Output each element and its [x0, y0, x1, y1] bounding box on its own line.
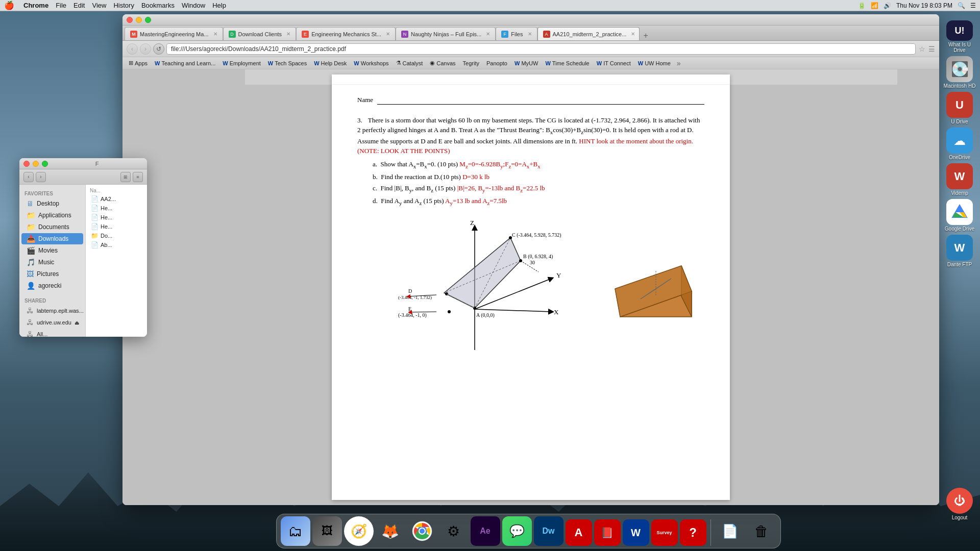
finder-minimize-button[interactable]	[33, 161, 39, 167]
finder-forward[interactable]: ›	[36, 172, 46, 182]
bookmark-myuw[interactable]: W MyUW	[511, 59, 541, 67]
bookmark-panopto[interactable]: Panopto	[483, 59, 510, 67]
apple-menu-icon[interactable]: 🍎	[4, 1, 14, 10]
pdf-part-c: c. Find |B|, By, and Bz (15 pts) |B|=26,…	[373, 183, 704, 194]
finder-item-udrive[interactable]: 🖧 udrive.uw.edu ⏏	[21, 317, 83, 328]
bookmarks-menu[interactable]: Bookmarks	[141, 2, 175, 9]
back-button[interactable]: ‹	[127, 43, 138, 55]
bookmark-uw-home[interactable]: W UW Home	[635, 59, 674, 67]
finder-file-ab[interactable]: 📄 Ab...	[88, 240, 145, 249]
dock-help[interactable]: ?	[680, 519, 706, 546]
tab-close-icon[interactable]: ✕	[486, 31, 490, 37]
tab-engineering-mechanics[interactable]: E Engineering Mechanics St... ✕	[296, 27, 396, 40]
finder-item-desktop[interactable]: 🖥 Desktop	[21, 198, 83, 209]
window-minimize-button[interactable]	[136, 17, 142, 23]
tab-files[interactable]: F Files ✕	[496, 27, 537, 40]
window-menu[interactable]: Window	[182, 2, 205, 9]
dock-trash[interactable]: 🗑	[747, 516, 776, 546]
dock-safari[interactable]: 🧭	[344, 516, 374, 546]
dock-photos[interactable]: 🖼	[312, 516, 342, 546]
finder-item-pictures[interactable]: 🖼 Pictures	[21, 268, 83, 280]
tab-aa210-active[interactable]: A AA210_midterm_2_practice... ✕	[537, 27, 640, 40]
finder-file-he2[interactable]: 📄 He...	[88, 213, 145, 222]
right-dock-u-drive[interactable]: U U Drive	[943, 92, 976, 124]
right-dock-onedrive[interactable]: ☁ OneDrive	[943, 128, 976, 160]
right-dock-google-drive[interactable]: Google Drive	[943, 199, 976, 232]
finder-close-button[interactable]	[23, 161, 30, 167]
tab-close-icon[interactable]: ✕	[213, 31, 217, 37]
bookmark-catalyst[interactable]: ⚗ Catalyst	[393, 59, 426, 67]
right-dock-macintosh-hd[interactable]: 💽 Macintosh HD	[943, 56, 976, 89]
tab-download-clients[interactable]: D Download Clients ✕	[223, 27, 297, 40]
bookmark-apps[interactable]: ⊞ Apps	[126, 59, 151, 67]
bookmark-w-employment[interactable]: W Employment	[219, 59, 264, 67]
finder-file-do[interactable]: 📁 Do...	[88, 231, 145, 240]
finder-item-labtemp[interactable]: 🖧 labtemp.eplt.was... ⏏	[21, 305, 83, 316]
finder-back[interactable]: ‹	[23, 172, 34, 182]
reload-button[interactable]: ↺	[153, 43, 164, 55]
history-menu[interactable]: History	[113, 2, 134, 9]
dock-messages[interactable]: 💬	[502, 516, 532, 546]
tab-close-icon[interactable]: ✕	[631, 31, 635, 37]
finder-file-he1[interactable]: 📄 He...	[88, 204, 145, 213]
finder-maximize-button[interactable]	[42, 161, 48, 167]
finder-list-view[interactable]: ≡	[133, 172, 143, 182]
bookmark-it-connect[interactable]: W IT Connect	[594, 59, 634, 67]
settings-button[interactable]: ☰	[928, 45, 935, 53]
browser-content[interactable]: Name 3. There is a storm door that weigh…	[122, 69, 939, 505]
finder-item-downloads[interactable]: 📥 Downloads	[21, 233, 83, 244]
finder-file-aa2[interactable]: 📄 AA2...	[88, 194, 145, 204]
finder-icon-view[interactable]: ⊞	[120, 172, 131, 182]
right-dock-videmp[interactable]: W Videmp	[943, 163, 976, 196]
window-maximize-button[interactable]	[145, 17, 151, 23]
window-close-button[interactable]	[127, 17, 133, 23]
right-dock-logout[interactable]: ⏻ Logout	[943, 488, 976, 520]
finder-item-movies[interactable]: 🎬 Movies	[21, 245, 83, 256]
menubar-search[interactable]: 🔍	[958, 2, 965, 9]
view-menu[interactable]: View	[92, 2, 106, 9]
right-dock-whats-u-drive[interactable]: U! What Is UDrive	[943, 20, 976, 53]
bookmark-time-schedule[interactable]: W Time Schedule	[542, 59, 592, 67]
dock-word[interactable]: W	[623, 519, 649, 546]
finder-item-music[interactable]: 🎵 Music	[21, 257, 83, 268]
new-tab-button[interactable]: +	[640, 31, 652, 40]
bookmark-w-teaching[interactable]: W Teaching and Learn...	[152, 59, 218, 67]
file-menu[interactable]: File	[56, 2, 66, 9]
tab-naughty-ninjas[interactable]: N Naughty Ninjas – Full Epis... ✕	[396, 27, 496, 40]
bookmark-canvas[interactable]: ◉ Canvas	[427, 59, 458, 67]
dock-finder[interactable]: 🗂	[281, 516, 310, 546]
bookmarks-more[interactable]: »	[675, 59, 683, 67]
finder-item-agorecki[interactable]: 👤 agorecki	[21, 280, 83, 291]
menubar-notifications[interactable]: ☰	[970, 2, 976, 9]
dock-pdf[interactable]: 📕	[594, 519, 621, 546]
finder-item-applications[interactable]: 📁 Applications	[21, 210, 83, 221]
dock-dreamweaver[interactable]: Dw	[534, 516, 564, 546]
dock-acrobat[interactable]: A	[566, 519, 592, 546]
dock-survey[interactable]: Survey	[651, 519, 678, 546]
tab-close-icon[interactable]: ✕	[528, 31, 532, 37]
finder-item-documents[interactable]: 📁 Documents	[21, 221, 83, 233]
folder-icon: 📁	[27, 211, 35, 219]
address-bar[interactable]: file:///Users/agorecki/Downloads/AA210_m…	[166, 43, 916, 55]
bookmark-star[interactable]: ☆	[919, 45, 925, 53]
forward-button[interactable]: ›	[140, 43, 151, 55]
tab-close-icon[interactable]: ✕	[286, 31, 290, 37]
dock-firefox[interactable]: 🦊	[376, 516, 405, 546]
tab-mastering-engineering[interactable]: M MasteringEngineering Ma... ✕	[125, 27, 223, 40]
svg-marker-2	[955, 205, 964, 212]
finder-file-he3[interactable]: 📄 He...	[88, 222, 145, 231]
bookmark-w-help-desk[interactable]: W Help Desk	[311, 59, 350, 67]
bookmark-tegrity[interactable]: Tegrity	[460, 59, 482, 67]
dock-chrome[interactable]	[407, 516, 437, 546]
dock-after-effects[interactable]: Ae	[471, 516, 500, 546]
dock-files-icon[interactable]: 📄	[715, 516, 745, 546]
bookmark-w-tech-spaces[interactable]: W Tech Spaces	[265, 59, 310, 67]
finder-item-all[interactable]: 🖧 All...	[21, 329, 83, 337]
app-name[interactable]: Chrome	[23, 2, 48, 9]
tab-close-icon[interactable]: ✕	[386, 31, 390, 37]
help-menu[interactable]: Help	[212, 2, 226, 9]
bookmark-w-workshops[interactable]: W Workshops	[351, 59, 391, 67]
dock-system-prefs[interactable]: ⚙	[439, 516, 469, 546]
right-dock-dante-ftp[interactable]: W Dante FTP	[943, 235, 976, 267]
edit-menu[interactable]: Edit	[74, 2, 85, 9]
